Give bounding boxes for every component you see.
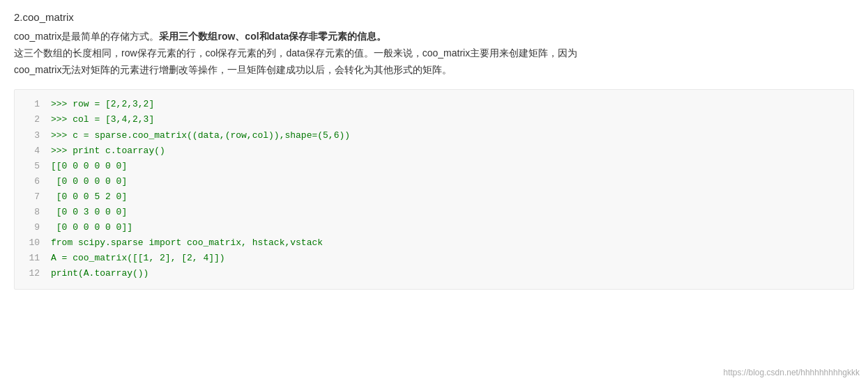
line-content: [0 0 0 0 0 0]]: [51, 220, 132, 235]
code-line: 8 [0 0 3 0 0 0]: [15, 205, 853, 220]
line-content: from scipy.sparse import coo_matrix, hst…: [51, 235, 323, 251]
line-number: 12: [20, 266, 40, 281]
page-container: 2.coo_matrix coo_matrix是最简单的存储方式。采用三个数组r…: [0, 0, 868, 383]
line-number: 3: [20, 128, 40, 143]
line-number: 5: [20, 159, 40, 174]
footer-url: https://blog.csdn.net/hhhhhhhhhgkkk: [724, 368, 860, 377]
code-block: 1>>> row = [2,2,3,2]2>>> col = [3,4,2,3]…: [14, 89, 854, 289]
code-line: 12print(A.toarray()): [15, 266, 853, 281]
line-number: 4: [20, 143, 40, 159]
line-content: >>> print c.toarray(): [51, 143, 165, 159]
line-content: >>> col = [3,4,2,3]: [51, 112, 154, 127]
line-number: 7: [20, 189, 40, 205]
code-line: 4>>> print c.toarray(): [15, 143, 853, 159]
code-line: 7 [0 0 0 5 2 0]: [15, 189, 853, 205]
desc-line1-plain: coo_matrix是最简单的存储方式。: [14, 31, 159, 42]
line-content: >>> row = [2,2,3,2]: [51, 97, 154, 112]
line-number: 9: [20, 220, 40, 235]
description-block: coo_matrix是最简单的存储方式。采用三个数组row、col和data保存…: [14, 29, 854, 78]
desc-line1-bold: 采用三个数组row、col和data保存非零元素的信息。: [159, 31, 386, 42]
line-content: print(A.toarray()): [51, 266, 149, 281]
code-line: 9 [0 0 0 0 0 0]]: [15, 220, 853, 235]
line-content: [[0 0 0 0 0 0]: [51, 159, 127, 174]
line-number: 1: [20, 97, 40, 112]
code-line: 2>>> col = [3,4,2,3]: [15, 112, 853, 127]
desc-line3: coo_matrix无法对矩阵的元素进行增删改等操作，一旦矩阵创建成功以后，会转…: [14, 64, 452, 75]
code-line: 3>>> c = sparse.coo_matrix((data,(row,co…: [15, 128, 853, 143]
line-number: 6: [20, 174, 40, 189]
code-line: 6 [0 0 0 0 0 0]: [15, 174, 853, 189]
line-content: A = coo_matrix([[1, 2], [2, 4]]): [51, 251, 225, 266]
code-line: 11A = coo_matrix([[1, 2], [2, 4]]): [15, 251, 853, 266]
line-number: 11: [20, 251, 40, 266]
code-line: 10from scipy.sparse import coo_matrix, h…: [15, 235, 853, 251]
line-content: [0 0 0 0 0 0]: [51, 174, 127, 189]
desc-line2: 这三个数组的长度相同，row保存元素的行，col保存元素的列，data保存元素的…: [14, 47, 577, 58]
code-line: 1>>> row = [2,2,3,2]: [15, 97, 853, 112]
line-content: >>> c = sparse.coo_matrix((data,(row,col…: [51, 128, 350, 143]
section-title: 2.coo_matrix: [14, 11, 854, 23]
code-line: 5[[0 0 0 0 0 0]: [15, 159, 853, 174]
line-number: 2: [20, 112, 40, 127]
line-number: 10: [20, 235, 40, 251]
line-number: 8: [20, 205, 40, 220]
line-content: [0 0 0 5 2 0]: [51, 189, 127, 205]
line-content: [0 0 3 0 0 0]: [51, 205, 127, 220]
